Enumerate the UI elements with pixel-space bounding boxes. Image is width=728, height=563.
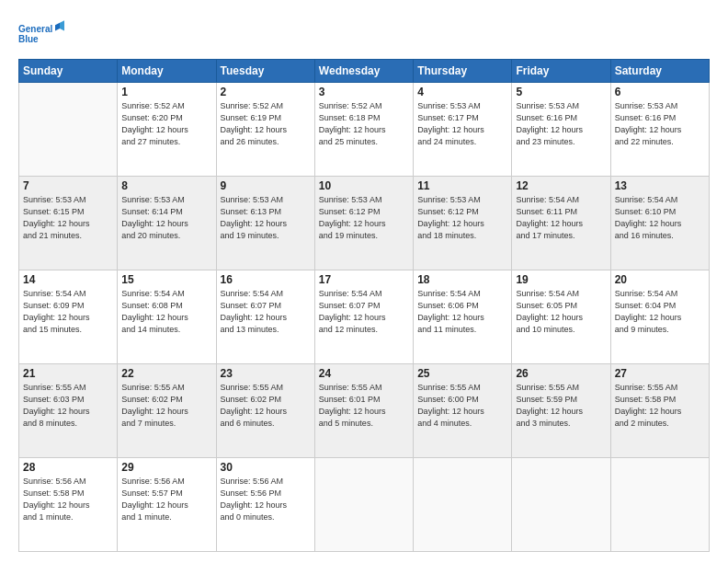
day-number: 17 <box>319 273 409 286</box>
day-info: Sunrise: 5:55 AM Sunset: 6:00 PM Dayligh… <box>417 382 507 430</box>
calendar-week-row: 21Sunrise: 5:55 AM Sunset: 6:03 PM Dayli… <box>19 364 710 458</box>
day-number: 20 <box>615 273 705 286</box>
day-info: Sunrise: 5:52 AM Sunset: 6:20 PM Dayligh… <box>121 100 211 148</box>
day-info: Sunrise: 5:55 AM Sunset: 5:58 PM Dayligh… <box>615 382 705 430</box>
calendar-day-cell: 16Sunrise: 5:54 AM Sunset: 6:07 PM Dayli… <box>216 270 314 364</box>
calendar-day-cell <box>512 458 610 552</box>
calendar-day-cell: 27Sunrise: 5:55 AM Sunset: 5:58 PM Dayli… <box>610 364 709 458</box>
day-info: Sunrise: 5:53 AM Sunset: 6:17 PM Dayligh… <box>417 100 507 148</box>
day-number: 6 <box>615 86 705 98</box>
day-info: Sunrise: 5:52 AM Sunset: 6:19 PM Dayligh… <box>221 100 311 148</box>
calendar-day-cell: 17Sunrise: 5:54 AM Sunset: 6:07 PM Dayli… <box>314 270 413 364</box>
calendar-day-cell: 8Sunrise: 5:53 AM Sunset: 6:14 PM Daylig… <box>118 177 216 270</box>
calendar-day-cell: 6Sunrise: 5:53 AM Sunset: 6:16 PM Daylig… <box>610 83 709 177</box>
calendar-week-row: 7Sunrise: 5:53 AM Sunset: 6:15 PM Daylig… <box>19 177 710 270</box>
calendar-day-cell: 22Sunrise: 5:55 AM Sunset: 6:02 PM Dayli… <box>118 364 216 458</box>
day-info: Sunrise: 5:53 AM Sunset: 6:12 PM Dayligh… <box>319 194 409 242</box>
calendar-header-row: SundayMondayTuesdayWednesdayThursdayFrid… <box>19 60 710 83</box>
calendar-day-cell: 23Sunrise: 5:55 AM Sunset: 6:02 PM Dayli… <box>216 364 314 458</box>
calendar-day-header: Sunday <box>19 60 118 83</box>
day-number: 23 <box>221 367 311 380</box>
calendar-day-cell: 2Sunrise: 5:52 AM Sunset: 6:19 PM Daylig… <box>216 83 314 177</box>
day-number: 29 <box>121 461 211 474</box>
day-info: Sunrise: 5:53 AM Sunset: 6:15 PM Dayligh… <box>23 194 113 242</box>
day-number: 7 <box>23 179 113 192</box>
day-number: 30 <box>221 461 311 474</box>
day-number: 9 <box>221 179 311 192</box>
day-info: Sunrise: 5:54 AM Sunset: 6:11 PM Dayligh… <box>516 194 606 242</box>
day-info: Sunrise: 5:55 AM Sunset: 6:03 PM Dayligh… <box>23 382 113 430</box>
day-info: Sunrise: 5:54 AM Sunset: 6:10 PM Dayligh… <box>615 194 705 242</box>
day-info: Sunrise: 5:53 AM Sunset: 6:12 PM Dayligh… <box>417 194 507 242</box>
calendar-day-cell: 12Sunrise: 5:54 AM Sunset: 6:11 PM Dayli… <box>512 177 610 270</box>
calendar-day-cell: 5Sunrise: 5:53 AM Sunset: 6:16 PM Daylig… <box>512 83 610 177</box>
day-info: Sunrise: 5:54 AM Sunset: 6:04 PM Dayligh… <box>615 288 705 336</box>
day-info: Sunrise: 5:56 AM Sunset: 5:58 PM Dayligh… <box>23 476 113 523</box>
day-number: 2 <box>221 86 311 98</box>
calendar-day-cell: 1Sunrise: 5:52 AM Sunset: 6:20 PM Daylig… <box>118 83 216 177</box>
calendar-day-cell <box>414 458 512 552</box>
calendar-day-header: Wednesday <box>314 60 413 83</box>
svg-marker-2 <box>60 20 64 30</box>
calendar-day-cell: 25Sunrise: 5:55 AM Sunset: 6:00 PM Dayli… <box>414 364 512 458</box>
day-number: 3 <box>319 86 409 98</box>
day-number: 27 <box>615 367 705 380</box>
logo-svg: General Blue <box>18 15 64 52</box>
calendar-day-cell: 24Sunrise: 5:55 AM Sunset: 6:01 PM Dayli… <box>314 364 413 458</box>
day-info: Sunrise: 5:53 AM Sunset: 6:16 PM Dayligh… <box>516 100 606 148</box>
day-number: 16 <box>221 273 311 286</box>
day-number: 15 <box>121 273 211 286</box>
day-number: 8 <box>121 179 211 192</box>
calendar-day-header: Friday <box>512 60 610 83</box>
day-info: Sunrise: 5:52 AM Sunset: 6:18 PM Dayligh… <box>319 100 409 148</box>
calendar-day-header: Saturday <box>610 60 709 83</box>
day-number: 19 <box>516 273 606 286</box>
calendar-week-row: 14Sunrise: 5:54 AM Sunset: 6:09 PM Dayli… <box>19 270 710 364</box>
day-number: 24 <box>319 367 409 380</box>
svg-marker-3 <box>55 23 60 31</box>
day-number: 4 <box>417 86 507 98</box>
day-info: Sunrise: 5:53 AM Sunset: 6:16 PM Dayligh… <box>615 100 705 148</box>
day-number: 28 <box>23 461 113 474</box>
day-info: Sunrise: 5:54 AM Sunset: 6:07 PM Dayligh… <box>319 288 409 336</box>
calendar-day-cell <box>314 458 413 552</box>
day-number: 25 <box>417 367 507 380</box>
calendar-day-cell: 20Sunrise: 5:54 AM Sunset: 6:04 PM Dayli… <box>610 270 709 364</box>
day-number: 14 <box>23 273 113 286</box>
header: General Blue <box>18 15 710 52</box>
day-info: Sunrise: 5:56 AM Sunset: 5:56 PM Dayligh… <box>221 476 311 523</box>
day-number: 22 <box>121 367 211 380</box>
calendar-day-header: Monday <box>118 60 216 83</box>
calendar-day-cell: 11Sunrise: 5:53 AM Sunset: 6:12 PM Dayli… <box>414 177 512 270</box>
calendar-day-cell: 14Sunrise: 5:54 AM Sunset: 6:09 PM Dayli… <box>19 270 118 364</box>
day-info: Sunrise: 5:55 AM Sunset: 5:59 PM Dayligh… <box>516 382 606 430</box>
page: General Blue SundayMondayTuesdayWednesda… <box>0 0 728 563</box>
calendar-day-cell: 29Sunrise: 5:56 AM Sunset: 5:57 PM Dayli… <box>118 458 216 552</box>
day-info: Sunrise: 5:55 AM Sunset: 6:02 PM Dayligh… <box>121 382 211 430</box>
calendar-day-cell: 18Sunrise: 5:54 AM Sunset: 6:06 PM Dayli… <box>414 270 512 364</box>
calendar-day-cell: 3Sunrise: 5:52 AM Sunset: 6:18 PM Daylig… <box>314 83 413 177</box>
calendar-week-row: 28Sunrise: 5:56 AM Sunset: 5:58 PM Dayli… <box>19 458 710 552</box>
calendar-day-header: Thursday <box>414 60 512 83</box>
day-info: Sunrise: 5:55 AM Sunset: 6:02 PM Dayligh… <box>221 382 311 430</box>
calendar-day-cell: 9Sunrise: 5:53 AM Sunset: 6:13 PM Daylig… <box>216 177 314 270</box>
day-info: Sunrise: 5:53 AM Sunset: 6:13 PM Dayligh… <box>221 194 311 242</box>
calendar-day-cell: 4Sunrise: 5:53 AM Sunset: 6:17 PM Daylig… <box>414 83 512 177</box>
day-number: 10 <box>319 179 409 192</box>
svg-text:Blue: Blue <box>18 34 39 44</box>
day-info: Sunrise: 5:53 AM Sunset: 6:14 PM Dayligh… <box>121 194 211 242</box>
day-info: Sunrise: 5:54 AM Sunset: 6:05 PM Dayligh… <box>516 288 606 336</box>
day-number: 1 <box>121 86 211 98</box>
day-number: 5 <box>516 86 606 98</box>
day-info: Sunrise: 5:54 AM Sunset: 6:08 PM Dayligh… <box>121 288 211 336</box>
logo: General Blue <box>18 15 64 52</box>
day-info: Sunrise: 5:54 AM Sunset: 6:06 PM Dayligh… <box>417 288 507 336</box>
day-number: 11 <box>417 179 507 192</box>
calendar-day-cell <box>19 83 118 177</box>
calendar-table: SundayMondayTuesdayWednesdayThursdayFrid… <box>18 59 710 552</box>
day-info: Sunrise: 5:56 AM Sunset: 5:57 PM Dayligh… <box>121 476 211 523</box>
svg-text:General: General <box>18 24 52 34</box>
day-info: Sunrise: 5:54 AM Sunset: 6:07 PM Dayligh… <box>221 288 311 336</box>
calendar-day-cell: 26Sunrise: 5:55 AM Sunset: 5:59 PM Dayli… <box>512 364 610 458</box>
day-number: 13 <box>615 179 705 192</box>
